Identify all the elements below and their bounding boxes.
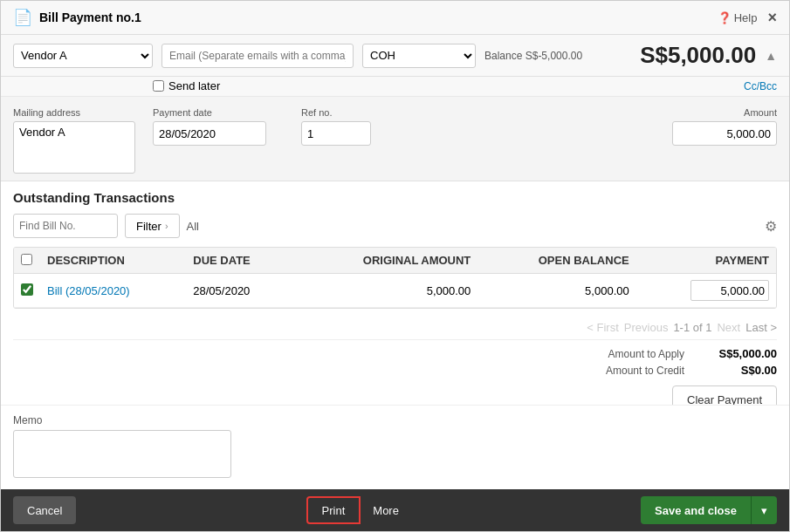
col-due-date: DUE DATE xyxy=(186,248,293,274)
send-later-label: Send later xyxy=(168,79,220,92)
find-bill-input[interactable] xyxy=(13,214,118,238)
send-later-checkbox[interactable] xyxy=(153,80,164,92)
payment-date-input[interactable] xyxy=(153,121,266,146)
summary-section: Amount to Apply S$5,000.00 Amount to Cre… xyxy=(13,339,777,405)
row-description: Bill (28/05/2020) xyxy=(40,274,186,308)
all-label: All xyxy=(187,220,199,233)
settings-button[interactable]: ⚙ xyxy=(765,218,777,235)
mailing-address-input[interactable]: Vendor A xyxy=(13,121,135,174)
vendor-select[interactable]: Vendor A xyxy=(13,44,153,68)
memo-section: Memo xyxy=(1,405,789,489)
last-page-link[interactable]: Last > xyxy=(745,321,777,334)
page-range: 1-1 of 1 xyxy=(673,321,711,334)
more-button[interactable]: More xyxy=(361,496,411,524)
table-row: Bill (28/05/2020) 28/05/2020 5,000.00 5,… xyxy=(14,274,776,308)
payment-date-label: Payment date xyxy=(153,107,266,118)
amount-label: Amount xyxy=(672,107,777,118)
amount-to-credit-row: Amount to Credit S$0.00 xyxy=(571,364,777,377)
col-open-balance: OPEN BALANCE xyxy=(477,248,635,274)
ref-no-input[interactable] xyxy=(301,121,371,146)
amount-to-apply-value: S$5,000.00 xyxy=(698,347,777,360)
chevron-right-icon: › xyxy=(165,221,168,231)
col-payment: PAYMENT xyxy=(636,248,776,274)
select-all-checkbox[interactable] xyxy=(21,254,32,265)
ref-no-group: Ref no. xyxy=(301,107,371,146)
close-button[interactable]: × xyxy=(767,10,777,25)
bill-payment-modal: 📄 Bill Payment no.1 ❓ Help × Vendor A CO… xyxy=(0,0,790,532)
row-checkbox[interactable] xyxy=(21,283,33,296)
outstanding-transactions-title: Outstanding Transactions xyxy=(13,190,777,205)
account-select[interactable]: COH xyxy=(362,44,476,68)
memo-textarea[interactable] xyxy=(13,430,231,478)
mailing-address-group: Mailing address Vendor A xyxy=(13,107,135,174)
next-page-link[interactable]: Next xyxy=(717,321,740,334)
row-original-amount: 5,000.00 xyxy=(293,274,477,308)
chevron-up-icon[interactable]: ▲ xyxy=(765,49,777,63)
col-original-amount: ORIGINAL AMOUNT xyxy=(293,248,477,274)
amount-to-credit-value: S$0.00 xyxy=(698,364,777,377)
balance-text: Balance S$-5,000.00 xyxy=(484,50,582,62)
row-open-balance: 5,000.00 xyxy=(477,274,635,308)
transactions-table: DESCRIPTION DUE DATE ORIGINAL AMOUNT OPE… xyxy=(14,248,776,308)
memo-label: Memo xyxy=(13,414,777,426)
mailing-address-label: Mailing address xyxy=(13,107,135,118)
cancel-button[interactable]: Cancel xyxy=(13,496,76,524)
previous-page-link[interactable]: Previous xyxy=(624,321,669,334)
bill-link[interactable]: Bill (28/05/2020) xyxy=(47,284,130,297)
amount-to-apply-row: Amount to Apply S$5,000.00 xyxy=(571,347,777,360)
filter-button[interactable]: Filter › xyxy=(125,214,180,238)
modal-footer: Cancel Print More Save and close ▾ xyxy=(1,489,789,531)
document-icon: 📄 xyxy=(13,8,32,27)
question-icon: ❓ xyxy=(718,11,732,24)
form-section: Mailing address Vendor A Payment date Re… xyxy=(1,97,789,181)
row-due-date: 28/05/2020 xyxy=(186,274,293,308)
footer-center: Print More xyxy=(306,496,411,524)
help-button[interactable]: ❓ Help xyxy=(718,11,758,24)
payment-date-group: Payment date xyxy=(153,107,266,146)
save-close-dropdown-button[interactable]: ▾ xyxy=(751,496,777,524)
modal-title: Bill Payment no.1 xyxy=(39,10,141,24)
toolbar-row: Vendor A COH Balance S$-5,000.00 S$5,000… xyxy=(1,35,789,77)
amount-group: Amount xyxy=(672,107,777,146)
main-content: Outstanding Transactions Filter › All ⚙ … xyxy=(1,181,789,405)
row-payment xyxy=(636,274,776,308)
col-description: DESCRIPTION xyxy=(40,248,186,274)
first-page-link[interactable]: < First xyxy=(587,321,618,334)
filter-row: Filter › All ⚙ xyxy=(13,214,777,238)
transactions-table-container: DESCRIPTION DUE DATE ORIGINAL AMOUNT OPE… xyxy=(13,247,777,309)
save-and-close-button[interactable]: Save and close xyxy=(641,496,751,524)
ref-no-label: Ref no. xyxy=(301,107,371,118)
email-input[interactable] xyxy=(161,44,354,68)
print-button[interactable]: Print xyxy=(306,496,361,524)
amount-to-apply-label: Amount to Apply xyxy=(571,348,684,360)
clear-payment-button[interactable]: Clear Payment xyxy=(672,385,777,405)
amount-to-credit-label: Amount to Credit xyxy=(571,365,684,377)
sendlater-row: Send later Cc/Bcc xyxy=(1,77,789,97)
amount-input[interactable] xyxy=(672,121,777,146)
amount-display: S$5,000.00 xyxy=(640,42,756,69)
pagination-row: < First Previous 1-1 of 1 Next Last > xyxy=(13,316,777,339)
save-close-group: Save and close ▾ xyxy=(641,496,777,524)
cc-bcc-link[interactable]: Cc/Bcc xyxy=(744,80,777,92)
modal-header: 📄 Bill Payment no.1 ❓ Help × xyxy=(1,1,789,35)
payment-amount-input[interactable] xyxy=(690,280,769,301)
